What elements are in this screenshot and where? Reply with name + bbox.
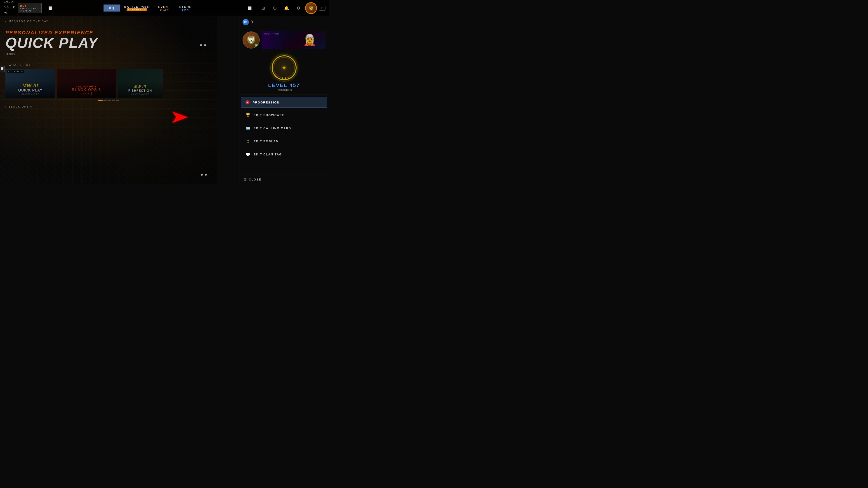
bo6-title: BO6 (20, 4, 39, 7)
menu-item-clan-tag[interactable]: 💬 EDIT CLAN TAG (241, 149, 327, 160)
profile-button[interactable]: 🦁 (305, 2, 317, 14)
emblem-icon: ⊙ (246, 139, 250, 144)
top-navigation: CALL OF DUTY HQ BO6 EARLY ACCESS IN 2 DA… (0, 0, 329, 16)
tab-battle-pass[interactable]: BATTLE PASS 53 REWARDS (120, 3, 154, 13)
menu-item-emblem[interactable]: ⊙ EDIT EMBLEM (241, 135, 327, 147)
dot-4[interactable] (112, 100, 115, 101)
game-card-fishfection[interactable]: MW III FISHFECTION MULTIPLAYER (118, 69, 163, 98)
calling-card-icon: 🪪 (246, 126, 250, 131)
menu-list: ✕ PROGRESSION 🏆 EDIT SHOWCASE 🪪 EDIT CAL… (239, 94, 329, 174)
tab-store[interactable]: STORE BO 6 (175, 3, 196, 13)
last-played-badge: LAST PLAYED (7, 70, 24, 73)
right-sidebar: CP 0 🦁 🧝 OPERATOR ✦ (239, 16, 329, 184)
close-label: CLOSE (249, 178, 261, 181)
logo-area: CALL OF DUTY HQ BO6 EARLY ACCESS IN 2 DA… (0, 0, 45, 16)
notification-button[interactable]: 🔔 (282, 3, 291, 13)
left-tab-indicator[interactable]: ⬜ (0, 66, 4, 72)
carousel-dots (5, 100, 212, 101)
prestige-text: Prestige 9 (276, 88, 292, 92)
close-icon: 🗑 (243, 177, 247, 181)
controller-left-icon[interactable]: ⬜ (46, 4, 54, 12)
avatar-icon: 🦁 (246, 35, 256, 45)
avatar[interactable]: 🦁 (243, 31, 260, 48)
controller-right-icon[interactable]: ⬜ (246, 4, 254, 12)
dot-3[interactable] (107, 100, 111, 101)
level-text: LEVEL 457 (268, 83, 300, 88)
nav-tabs: HQ BATTLE PASS 53 REWARDS EVENT ⏱ 19H ST… (55, 3, 245, 13)
showcase-icon: 🏆 (246, 112, 250, 118)
dot-2[interactable] (103, 100, 107, 101)
game-card-mw3[interactable]: LAST PLAYED MW III QUICK PLAY MULTIPLAYE… (5, 69, 55, 98)
menu-item-calling-card[interactable]: 🪪 EDIT CALLING CARD (241, 122, 327, 134)
whats-hot-section: WHAT'S HOT LAST PLAYED MW III QUICK PLAY… (5, 64, 212, 101)
tab-hq[interactable]: HQ (103, 4, 120, 11)
black-ops-section: BLACK OPS 6 (5, 105, 212, 111)
quick-play-title[interactable]: QUICK PLAY (5, 36, 212, 50)
expand-arrow[interactable]: ▼▼ (200, 173, 208, 177)
cp-icon: CP (243, 19, 249, 25)
progression-label: PROGRESSION (253, 101, 280, 104)
menu-item-showcase[interactable]: 🏆 EDIT SHOWCASE (241, 109, 327, 121)
calling-card-background: 🧝 OPERATOR (261, 31, 326, 49)
black-ops-label: BLACK OPS 6 (5, 105, 212, 108)
dot-1[interactable] (98, 100, 103, 101)
profile-showcase: 🦁 🧝 OPERATOR (239, 28, 329, 52)
event-timer: ⏱ 19H (160, 8, 169, 11)
filtered-label: Filtered (5, 52, 212, 55)
calling-card-label: EDIT CALLING CARD (254, 127, 291, 130)
menu-item-progression[interactable]: ✕ PROGRESSION (241, 97, 327, 108)
message-of-day-label: MESSAGE OF THE DAY (5, 20, 212, 23)
rank-ring: ✦ ★ ★ ★ ★ (272, 55, 297, 80)
dot-5[interactable] (116, 100, 119, 101)
progression-icon: ✕ (246, 100, 250, 104)
settings-button[interactable]: ⚙ (293, 3, 303, 13)
nav-right-buttons: ⊞ ⬡ 🔔 ⚙ 🦁 R1 (254, 2, 329, 14)
close-section[interactable]: 🗑 CLOSE (239, 174, 329, 184)
tab-event[interactable]: EVENT ⏱ 19H (154, 3, 175, 13)
cp-balance-row: CP 0 (239, 16, 329, 28)
main-content: MESSAGE OF THE DAY ▲▲ PERSONALIZED EXPER… (0, 16, 217, 184)
rewards-badge: 53 REWARDS (127, 8, 147, 11)
rank-stars: ★ ★ ★ ★ (278, 76, 290, 80)
whats-hot-label: WHAT'S HOT (5, 64, 212, 66)
app-logo: CALL OF DUTY HQ (4, 0, 16, 16)
game-card-bo6[interactable]: CALL OF DUTY BLACK OPS 6 BETA (57, 69, 116, 98)
clan-tag-icon: 💬 (246, 152, 250, 157)
hero-section: PERSONALIZED EXPERIENCE QUICK PLAY Filte… (5, 25, 212, 59)
cp-amount: 0 (251, 20, 253, 24)
bo6-badge: BO6 EARLY ACCESS IN 2 DAYS (18, 3, 41, 13)
rank-emblem: ✦ ★ ★ ★ ★ (272, 55, 297, 80)
bo6-subtitle: EARLY ACCESS IN 2 DAYS (20, 7, 39, 12)
store-game-tag: BO 6 (182, 8, 189, 11)
rank-section: ✦ ★ ★ ★ ★ LEVEL 457 Prestige 9 (239, 52, 329, 94)
r1-button[interactable]: R1 (319, 6, 326, 11)
showcase-label: EDIT SHOWCASE (254, 113, 284, 117)
headset-button[interactable]: ⬡ (270, 3, 280, 13)
collapse-arrow[interactable]: ▲▲ (198, 41, 208, 48)
calling-card[interactable]: 🧝 OPERATOR (261, 31, 326, 49)
grid-button[interactable]: ⊞ (258, 3, 268, 13)
clan-tag-label: EDIT CLAN TAG (254, 153, 282, 156)
game-cards: LAST PLAYED MW III QUICK PLAY MULTIPLAYE… (5, 69, 212, 98)
emblem-label: EDIT EMBLEM (254, 140, 279, 143)
